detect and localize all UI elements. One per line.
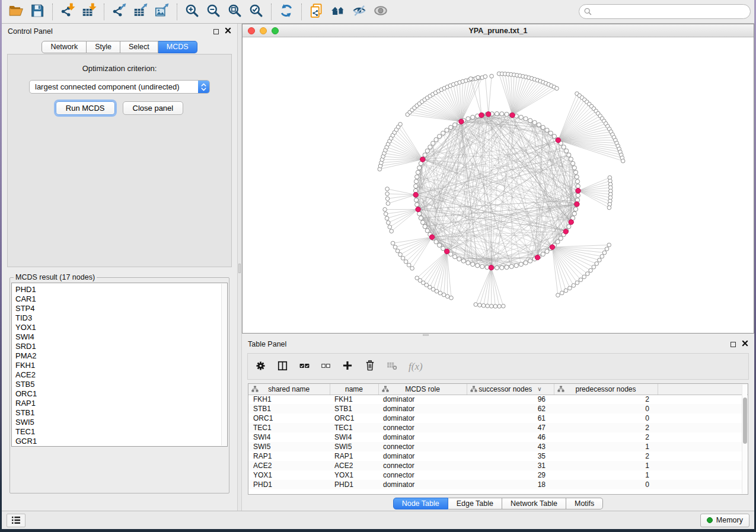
tab-motifs[interactable]: Motifs <box>566 498 603 509</box>
graph-node[interactable] <box>524 117 528 121</box>
delete-columns-button[interactable] <box>364 357 376 376</box>
cell-successor_nodes[interactable]: 43 <box>467 442 554 451</box>
graph-hub-node[interactable] <box>535 255 540 259</box>
mcds-result-item[interactable]: SRD1 <box>15 342 227 351</box>
cell-name[interactable]: ORC1 <box>330 414 378 423</box>
float-panel-icon[interactable] <box>213 29 219 34</box>
graph-node[interactable] <box>480 264 484 268</box>
graph-node[interactable] <box>571 161 575 165</box>
cell-predecessor_nodes[interactable]: 2 <box>554 432 658 442</box>
graph-node[interactable] <box>419 216 423 220</box>
graph-node[interactable] <box>441 246 445 251</box>
column-header-MCDS-role[interactable]: MCDS role <box>378 384 467 395</box>
table-row[interactable]: SWI5SWI5connector431 <box>248 442 748 451</box>
graph-leaf-node[interactable] <box>493 305 497 309</box>
graph-leaf-node[interactable] <box>478 303 482 307</box>
cell-predecessor_nodes[interactable]: 1 <box>554 461 658 470</box>
memory-button[interactable]: Memory <box>700 514 749 527</box>
mcds-result-item[interactable]: PMA2 <box>15 351 227 361</box>
network-graph[interactable] <box>243 37 754 332</box>
graph-leaf-node[interactable] <box>401 257 405 261</box>
table-row[interactable]: FKH1FKH1dominator962 <box>248 395 748 404</box>
graph-hub-node[interactable] <box>486 112 491 117</box>
open-file-button[interactable] <box>5 2 27 21</box>
graph-hub-node[interactable] <box>550 245 554 249</box>
table-row[interactable]: ORC1ORC1dominator610 <box>248 414 748 423</box>
cell-shared_name[interactable]: SWI5 <box>248 442 330 451</box>
graph-hub-node[interactable] <box>576 188 580 193</box>
network-canvas[interactable] <box>243 37 754 333</box>
tab-mcds[interactable]: MCDS <box>158 41 197 53</box>
cell-shared_name[interactable]: PHD1 <box>248 480 330 489</box>
zoom-out-button[interactable] <box>203 2 224 21</box>
cell-predecessor_nodes[interactable]: 2 <box>554 423 658 432</box>
task-history-button[interactable] <box>7 514 25 527</box>
graph-node[interactable] <box>548 131 553 135</box>
cell-successor_nodes[interactable]: 35 <box>467 451 554 461</box>
graph-node[interactable] <box>495 265 499 270</box>
zoom-fit-button[interactable] <box>224 2 245 21</box>
graph-leaf-node[interactable] <box>395 249 400 253</box>
graph-leaf-node[interactable] <box>579 278 583 282</box>
graph-leaf-node[interactable] <box>582 275 586 279</box>
graph-node[interactable] <box>559 236 563 241</box>
graph-node[interactable] <box>466 117 470 121</box>
graph-node[interactable] <box>500 265 504 270</box>
graph-leaf-node[interactable] <box>388 225 392 229</box>
graph-leaf-node[interactable] <box>385 192 390 196</box>
mcds-result-item[interactable]: TID3 <box>15 313 227 323</box>
graph-leaf-node[interactable] <box>575 281 579 285</box>
graph-leaf-node[interactable] <box>490 305 494 309</box>
graph-node[interactable] <box>421 220 425 225</box>
graph-leaf-node[interactable] <box>600 255 604 259</box>
graph-leaf-node[interactable] <box>384 212 388 216</box>
vertical-splitter[interactable] <box>237 24 242 511</box>
tab-node-table[interactable]: Node Table <box>393 498 448 509</box>
graph-leaf-node[interactable] <box>572 284 576 288</box>
export-image-button[interactable] <box>151 2 173 21</box>
graph-node[interactable] <box>417 166 422 170</box>
graph-node[interactable] <box>532 120 537 124</box>
cell-successor_nodes[interactable]: 61 <box>467 414 554 423</box>
graph-node[interactable] <box>575 180 579 184</box>
mcds-result-item[interactable]: SWI4 <box>15 332 227 342</box>
graph-leaf-node[interactable] <box>404 259 408 264</box>
cell-mcds_role[interactable]: dominator <box>378 451 467 461</box>
graph-leaf-node[interactable] <box>398 122 403 126</box>
graph-node[interactable] <box>528 118 532 123</box>
float-panel-icon[interactable] <box>731 342 736 347</box>
graph-node[interactable] <box>414 184 418 188</box>
refresh-button[interactable] <box>276 2 297 21</box>
cell-shared_name[interactable]: YOX1 <box>248 470 330 480</box>
tab-edge-table[interactable]: Edge Table <box>448 498 502 509</box>
graph-leaf-node[interactable] <box>445 294 449 299</box>
graph-hub-node[interactable] <box>445 249 449 254</box>
graph-node[interactable] <box>569 157 573 161</box>
graph-node[interactable] <box>414 180 418 184</box>
graph-leaf-node[interactable] <box>486 304 490 308</box>
cell-mcds_role[interactable]: dominator <box>378 432 467 442</box>
horizontal-splitter[interactable] <box>242 334 754 336</box>
graph-hub-node[interactable] <box>510 113 515 117</box>
table-row[interactable]: YOX1YOX1connector291 <box>248 470 748 480</box>
mcds-result-list[interactable]: PHD1CAR1STP4TID3YOX1SWI4SRD1PMA2FKH1ACE2… <box>11 283 228 447</box>
graph-node[interactable] <box>505 265 509 270</box>
graph-leaf-node[interactable] <box>586 272 590 276</box>
graph-node[interactable] <box>431 141 435 145</box>
graph-node[interactable] <box>428 145 432 149</box>
cell-mcds_role[interactable]: connector <box>378 461 467 470</box>
mcds-result-item[interactable]: STP4 <box>15 304 227 313</box>
mcds-result-item[interactable]: FKH1 <box>15 361 227 370</box>
deselect-all-button[interactable] <box>321 357 331 376</box>
graph-node[interactable] <box>545 249 549 254</box>
cell-predecessor_nodes[interactable]: 1 <box>554 470 658 480</box>
graph-leaf-node[interactable] <box>385 197 390 201</box>
cell-mcds_role[interactable]: dominator <box>378 414 467 423</box>
graph-leaf-node[interactable] <box>390 229 394 233</box>
cell-name[interactable]: YOX1 <box>330 470 378 480</box>
graph-node[interactable] <box>445 128 449 132</box>
graph-node[interactable] <box>541 125 545 129</box>
graph-leaf-node[interactable] <box>385 187 390 191</box>
graph-leaf-node[interactable] <box>393 245 397 249</box>
close-panel-icon[interactable] <box>225 27 231 36</box>
